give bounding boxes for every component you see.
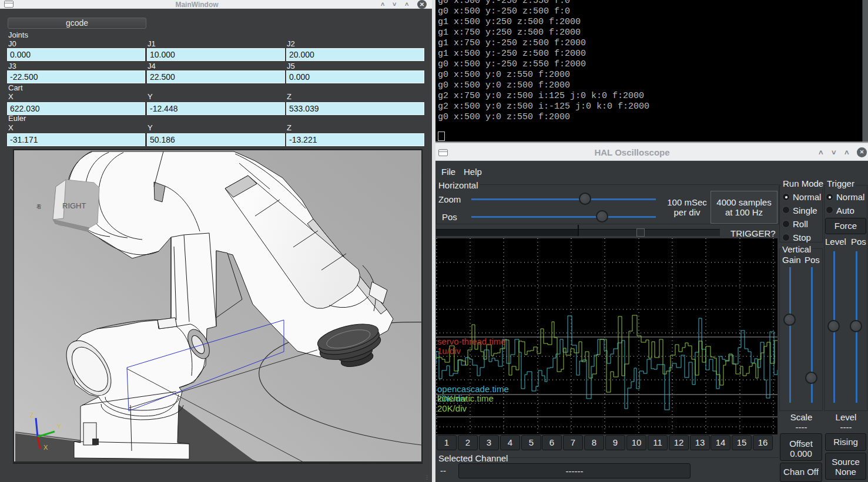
svg-text:20K/div: 20K/div bbox=[437, 403, 467, 413]
svg-text:kinematic.time: kinematic.time bbox=[437, 393, 494, 403]
svg-text:看: 看 bbox=[36, 204, 42, 210]
svg-text:X: X bbox=[43, 444, 48, 451]
svg-text:Z: Z bbox=[30, 412, 34, 419]
svg-text:servo-thread.time: servo-thread.time bbox=[437, 336, 506, 346]
svg-text:RIGHT: RIGHT bbox=[62, 201, 86, 210]
svg-text:1u/div: 1u/div bbox=[437, 346, 461, 356]
svg-text:Y: Y bbox=[57, 423, 62, 430]
svg-text:opencascade.time: opencascade.time bbox=[437, 384, 509, 394]
